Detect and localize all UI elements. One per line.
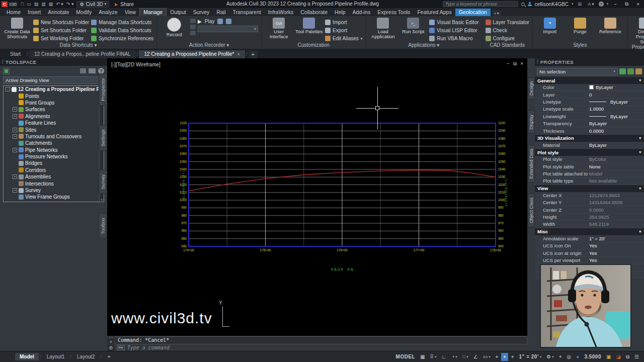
ribbon-tab-annotate[interactable]: Annotate — [44, 9, 72, 16]
section-collapse-icon[interactable]: ▾ — [639, 78, 641, 82]
file-tab-1[interactable]: 12 Creating a Propos...peline Profile FI… — [29, 50, 136, 58]
tree-item-intersections[interactable]: Intersections — [4, 180, 104, 187]
tree-item-pipe-networks[interactable]: +Pipe Networks — [4, 147, 104, 153]
command-input[interactable]: ⌨▾ Type a command — [115, 344, 527, 351]
polar-tracking-icon[interactable]: ◔▾ — [449, 353, 459, 360]
open-file-icon[interactable]: ▭ — [25, 2, 33, 7]
synchronize-references-button[interactable]: Synchronize References — [91, 35, 153, 42]
ribbon-tab-manage[interactable]: Manage — [139, 8, 167, 16]
tree-item-surfaces[interactable]: +Surfaces — [4, 106, 104, 113]
tool-palettes-button[interactable]: Tool Palettes — [295, 18, 323, 34]
tree-item-assemblies[interactable]: +Assemblies — [4, 173, 104, 180]
new-drawing-tab-button[interactable]: + — [249, 51, 258, 58]
new-shortcuts-folder-button[interactable]: New Shortcuts Folder — [33, 19, 89, 26]
property-row-layer[interactable]: Layer0 — [535, 91, 644, 98]
property-row-annotation-scale[interactable]: Annotation scale1" = 20' — [535, 235, 644, 242]
section-collapse-icon[interactable]: ▾ — [639, 230, 641, 234]
expand-icon[interactable]: + — [13, 188, 17, 193]
palette-grip[interactable] — [537, 60, 538, 64]
app-store-cart-icon[interactable]: ⊟ — [577, 2, 584, 7]
active-drawing-icon[interactable] — [3, 68, 10, 74]
search-icon[interactable] — [521, 3, 525, 6]
file-tab-0[interactable]: Start — [5, 50, 26, 58]
panel-title[interactable]: Customization — [262, 42, 365, 49]
tree-item-pressure-networks[interactable]: Pressure Networks — [4, 153, 104, 160]
property-row-ucs-icon-on[interactable]: UCS icon OnYes — [535, 242, 644, 249]
layout-tab-model[interactable]: Model — [15, 353, 39, 360]
expand-icon[interactable]: + — [13, 174, 17, 179]
ortho-icon[interactable]: ∟ — [439, 353, 448, 360]
layout-tab-layout1[interactable]: Layout1 — [42, 353, 69, 360]
command-history[interactable]: Command: *Cancel* — [115, 336, 527, 344]
tree-item-feature-lines[interactable]: Feature Lines — [4, 120, 104, 126]
user-interface-button[interactable]: CUIUser Interface — [265, 18, 293, 39]
panel-title[interactable]: Styles — [533, 42, 627, 49]
tree-item-survey[interactable]: +Survey — [4, 187, 104, 194]
section-header-plot-style[interactable]: Plot style▾ — [535, 149, 644, 156]
selection-dropdown[interactable]: No selection ▾ — [537, 68, 618, 75]
annotation-scale-value[interactable]: 1" = 20'▾ — [517, 353, 544, 360]
play-label[interactable]: Play — [205, 19, 214, 24]
geolocation-sphere-icon[interactable]: ● — [574, 353, 581, 360]
tree-item-corridors[interactable]: Corridors — [4, 167, 104, 173]
set-shortcuts-folder-button[interactable]: Set Shortcuts Folder — [33, 27, 89, 34]
ribbon-tab-insert[interactable]: Insert — [24, 9, 44, 16]
panel-title[interactable]: CAD Standards — [482, 42, 532, 49]
app-logo-icon[interactable]: C — [2, 2, 8, 7]
dynamic-input-icon[interactable]: ▭▾ — [481, 353, 493, 360]
panel-title[interactable]: Applications ▾ — [366, 42, 481, 49]
layer-translator-button[interactable]: Layer Translator — [486, 19, 529, 26]
tree-item-catchments[interactable]: Catchments — [4, 140, 104, 146]
visual-lisp-editor-button[interactable]: Visual LISP Editor — [429, 27, 478, 34]
action-macro-dropdown[interactable]: ▾ — [198, 26, 258, 32]
autodesk-app-icon[interactable]: A ▾ — [586, 2, 596, 7]
tree-item-view-frame-groups[interactable]: View Frame Groups — [4, 194, 104, 200]
toggle-pickadd-icon[interactable] — [619, 68, 626, 74]
username-label[interactable]: cellisonK4GBC — [535, 2, 569, 7]
action-history-icon[interactable] — [190, 25, 196, 29]
property-row-center-z[interactable]: Center Z0.0000 — [535, 206, 644, 213]
minimize-button[interactable]: − — [611, 2, 619, 7]
property-row-ucs-icon-at-origin[interactable]: UCS icon at originYes — [535, 249, 644, 256]
tree-item-alignments[interactable]: +Alignments — [4, 113, 104, 120]
define-property-sets-button[interactable]: Define Property Sets — [631, 18, 644, 44]
properties-tab-display[interactable]: Display — [528, 111, 535, 134]
select-objects-icon[interactable] — [635, 68, 642, 74]
ribbon-display-toggle-icon[interactable]: ▪ ▾ — [493, 11, 501, 16]
redo-icon[interactable]: ↷ ▾ — [65, 2, 75, 7]
grid-icon[interactable]: ▦ — [418, 353, 427, 360]
property-row-plot-style-table[interactable]: Plot style tableNone — [535, 163, 644, 170]
ribbon-tab-help[interactable]: Help — [331, 9, 349, 16]
insert-message-icon[interactable] — [217, 19, 223, 24]
property-row-material[interactable]: MaterialByLayer — [535, 142, 644, 149]
plot-icon[interactable]: ▥ — [40, 2, 47, 7]
tree-item-sites[interactable]: +Sites — [4, 126, 104, 133]
customize-plus-icon[interactable]: + — [557, 353, 564, 360]
ribbon-tab-survey[interactable]: Survey — [190, 9, 213, 16]
collapse-icon[interactable]: − — [6, 87, 10, 92]
action-history-icon[interactable] — [190, 31, 196, 35]
save-icon[interactable]: ▤ — [33, 2, 40, 7]
check-button[interactable]: Check — [486, 27, 529, 34]
file-tab-2[interactable]: 12 Creating a Proposed Pipeline Profile*… — [139, 50, 245, 58]
toolspace-tab-toolbox[interactable]: Toolbox — [99, 213, 107, 239]
sync-settings-icon[interactable]: ▣ — [604, 353, 613, 360]
new-layout-button[interactable]: + — [103, 353, 115, 360]
toolspace-tab-settings[interactable]: Settings — [99, 125, 107, 151]
insert-base-point-icon[interactable] — [226, 19, 231, 24]
ribbon-tab-view[interactable]: View — [121, 9, 140, 16]
model-space-label[interactable]: MODEL — [394, 353, 418, 360]
ribbon-tab-transparent[interactable]: Transparent — [229, 9, 264, 16]
snap-icon[interactable]: ⠿▾ — [428, 353, 439, 360]
validate-data-shortcuts-button[interactable]: Validate Data Shortcuts — [91, 27, 153, 34]
action-history-icon[interactable] — [190, 19, 196, 23]
tree-item-12-creating-a-proposed-pipeline-profile[interactable]: −12 Creating a Proposed Pipeline Profile — [4, 86, 104, 93]
record-button[interactable]: Record — [160, 18, 188, 37]
property-row-transparency[interactable]: TransparencyByLayer — [535, 120, 644, 127]
properties-tab-design[interactable]: Design — [528, 77, 535, 100]
property-row-ucs-per-viewport[interactable]: UCS per viewportYes — [535, 257, 644, 264]
search-input[interactable]: Type a keyword or phrase — [443, 1, 518, 7]
properties-tab-object-class[interactable]: Object Class — [528, 194, 535, 227]
import-button[interactable]: Import — [325, 19, 362, 26]
section-header-view[interactable]: View▾ — [535, 185, 644, 192]
